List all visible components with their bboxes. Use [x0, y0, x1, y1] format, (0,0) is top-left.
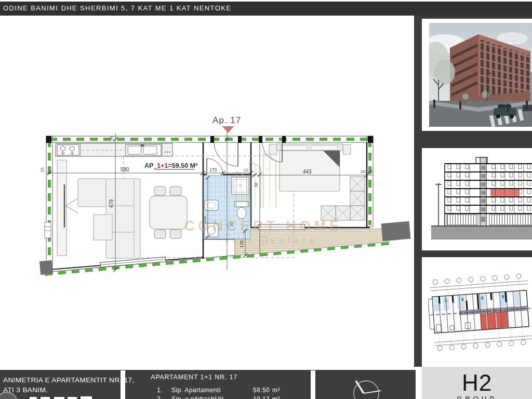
unit-marker-label: Ap. 17: [212, 115, 241, 125]
dim-label: 443: [303, 169, 312, 175]
sheet-title: ODINE BANIMI DHE SHERBIMI 5, 7 KAT ME 1 …: [0, 2, 532, 15]
row-number: 1.: [157, 387, 163, 394]
clipped-glyph: [81, 396, 92, 399]
plan-caption: ANIMETRIA E APARTAMENTIT NR. 17, ATI 3 B…: [3, 375, 135, 395]
key-plan-image: [428, 263, 532, 361]
marker-arrow-icon: [222, 126, 234, 133]
north-compass-icon: [347, 375, 389, 399]
watermark-sub-right: ESTATE: [271, 237, 318, 245]
dim-label: 580: [121, 167, 129, 172]
dim-label: 12: [244, 168, 248, 172]
row-number: 2.: [157, 395, 163, 399]
svg-text:AP_1+1=59.50 M²: AP_1+1=59.50 M²: [144, 162, 197, 169]
logo-h2: H2: [422, 371, 532, 395]
bedroom: [269, 144, 365, 220]
kitchen-counter: ***: [56, 143, 172, 156]
dim-label: 479: [109, 199, 114, 208]
thumbnail-key-plan[interactable]: [422, 257, 532, 367]
sheet-page: ***: [0, 0, 532, 399]
unit-marker: Ap. 17: [212, 115, 241, 133]
thumbnail-building-render[interactable]: [422, 19, 532, 131]
dim-label: 20: [229, 222, 234, 227]
dim-label: 30: [254, 182, 259, 188]
thumbnail-building-section[interactable]: [422, 148, 532, 250]
apartment-area-label: AP_1+1=59.50 M²: [144, 162, 197, 169]
dim-label: 312: [202, 216, 207, 223]
row-label: Sip. Apartamenti: [171, 387, 220, 394]
area-type: 1+1: [157, 162, 168, 169]
dim-label: 25: [40, 167, 45, 172]
row-label: Sip. e përbashkët: [171, 395, 223, 399]
footer-divider: [121, 370, 125, 399]
apartment-table-title: APARTAMENT 1+1 NR. 17: [151, 374, 237, 381]
clipped-glyph: [41, 397, 50, 399]
row-unit: m²: [272, 387, 280, 394]
row-value: 10.12: [253, 395, 270, 399]
title-bar: ODINE BANIMI DHE SHERBIMI 5, 7 KAT ME 1 …: [0, 0, 532, 16]
building-section-image: [428, 154, 532, 244]
row-unit: m²: [272, 395, 280, 399]
dishwasher-stars: ***: [164, 150, 171, 155]
dim-label: 25: [361, 169, 365, 174]
area-prefix: AP_: [144, 162, 157, 169]
clipped-glyph: [30, 397, 37, 399]
clipped-glyph: [68, 397, 77, 399]
footer-bar: ANIMETRIA E APARTAMENTIT NR. 17, ATI 3 B…: [0, 370, 416, 399]
area-value: =59.50 M²: [168, 162, 198, 169]
floor-plan-drawing: ***: [0, 0, 414, 370]
company-logo: H2 GROUP: [422, 367, 532, 399]
plan-caption-line1: ANIMETRIA E APARTAMENTIT NR. 17,: [3, 375, 135, 385]
logo-group: GROUP: [422, 395, 532, 399]
dim-label: 25: [110, 136, 114, 140]
clipped-glyph: [54, 397, 64, 399]
dim-label: 170: [209, 167, 217, 172]
plan-caption-line2: ATI 3 BANIM.: [3, 385, 135, 395]
row-value: 59.50: [253, 387, 270, 394]
footer-divider: [311, 370, 315, 399]
dim-label: 120: [239, 241, 244, 248]
building-render-image: [429, 23, 532, 127]
